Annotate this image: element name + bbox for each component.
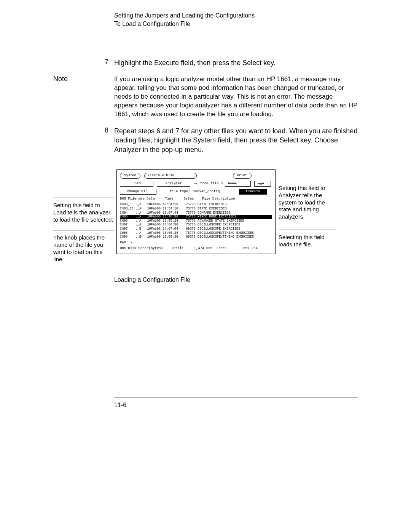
file-row[interactable]: CH06 ._A 10Feb06 13:55:24 75776 ADVANCED… [120,219,272,223]
step-number: 8 [105,126,114,134]
system-field-name: System [193,136,216,144]
callout-execute-field: Selecting this field loads the file. [279,234,336,248]
page-header: Setting the Jumpers and Loading the Conf… [114,11,358,28]
step-number: 7 [105,58,114,66]
text: Highlight the [114,59,154,67]
callout-load-field: Setting this field to Load tells the ana… [53,202,114,223]
file-type-label: file type: [170,190,190,194]
footer-rule [114,398,358,398]
analyzer-screenshot: System Flexible Disk Print Load Analyzer… [116,169,276,254]
load-field[interactable]: Load [120,181,153,187]
left-callouts: Setting this field to Load tells the ana… [53,169,116,270]
callout-knob: The knob places the name of the file you… [53,234,114,263]
analyzer-name: Analyzer [114,146,141,153]
print-button[interactable]: Print [233,173,252,179]
file-type-value: 166xan_config [193,190,220,194]
step-body: Repeat steps 6 and 7 for any other files… [114,126,358,154]
note-label: Note [53,75,114,83]
text: field, then press the [179,59,242,67]
callout-analyzer-field: Setting this field to Analyzer tells the… [279,185,336,220]
step-body: Highlight the Execute field, then press … [114,58,358,67]
file-name-field[interactable]: CH05 [225,181,251,187]
analyzer-field[interactable]: Analyzer [157,181,190,187]
note-body: If you are using a logic analyzer model … [114,75,358,119]
system-button[interactable]: System [120,173,140,179]
pwd-line: PWD: \ [120,241,272,245]
text: in the pop-up menu. [141,146,204,153]
execute-field[interactable]: Execute [239,189,267,195]
step-8: 8 Repeat steps 6 and 7 for any other fil… [53,126,358,154]
file-row[interactable]: CH05 ._A 10Feb06 13:46:56 75776 MIXED MO… [120,215,272,219]
file-listing[interactable]: CH03_60 ._A 10Feb06 12:54:16 75776 STATE… [120,203,272,239]
step-7: 7 Highlight the Execute field, then pres… [53,58,358,67]
file-row[interactable]: CH04 ._A 10Feb06 13:07:44 75776 COMPARE … [120,211,272,215]
from-file-label: from file [200,182,219,186]
header-line-1: Setting the Jumpers and Loading the Conf… [114,11,358,20]
file-row[interactable]: CH03_70 ._A 10Feb06 12:54:16 75776 STATE… [120,207,272,211]
disk-space-line: DOS Disk Space(bytes) - Total: 1,474,560… [120,246,272,251]
file-list-header: DOS Filename Date Time Bytes File Descri… [120,197,272,201]
select-key-name: Select [242,59,261,67]
change-dir-field[interactable]: Change Dir. [120,189,156,195]
file-row[interactable]: CH07 ._B 10Feb06 14:07:04 69376 OSCILLOS… [120,227,272,231]
file-ext-field[interactable]: ._A [254,181,271,187]
figure-caption: Loading a Configuration File [114,276,358,283]
note-block: Note If you are using a logic analyzer m… [53,75,358,119]
file-row[interactable]: CH08 ._B 10Feb06 15:05:36 69376 OSCILLOS… [120,235,272,239]
file-row[interactable]: CH08 ._A 10Feb06 15:05:28 75776 OSCILLOS… [120,231,272,235]
header-line-2: To Load a Configuration File [114,20,358,28]
text: field, then press the Select key. Choose [216,136,338,144]
text: key. [261,59,276,67]
figure-with-callouts: Setting this field to Load tells the ana… [53,169,358,270]
flexible-disk-field[interactable]: Flexible Disk [144,173,197,179]
file-row[interactable]: CH07 ._A 10Feb06 14:06:56 75776 OSCILLOS… [120,223,272,227]
file-row[interactable]: CH03_60 ._A 10Feb06 12:54:16 75776 STATE… [120,203,272,207]
execute-field-name: Execute [154,59,179,67]
page-number: 11-6 [114,402,358,409]
right-callouts: Setting this field to Analyzer tells the… [276,169,336,257]
